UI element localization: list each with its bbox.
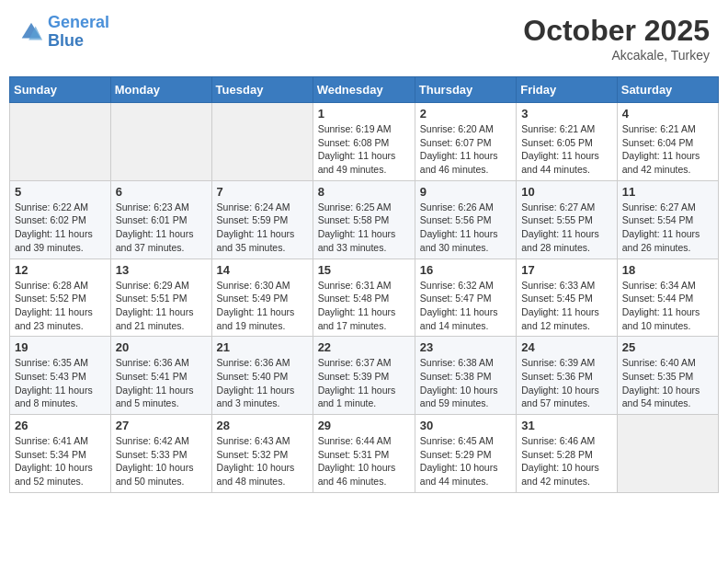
day-info: Sunrise: 6:44 AM Sunset: 5:31 PM Dayligh… — [318, 434, 410, 488]
calendar-week-row: 26Sunrise: 6:41 AM Sunset: 5:34 PM Dayli… — [10, 415, 719, 493]
calendar-cell: 28Sunrise: 6:43 AM Sunset: 5:32 PM Dayli… — [211, 415, 313, 493]
day-number: 29 — [318, 419, 410, 432]
calendar-cell: 2Sunrise: 6:20 AM Sunset: 6:07 PM Daylig… — [415, 103, 516, 181]
day-info: Sunrise: 6:21 AM Sunset: 6:05 PM Dayligh… — [521, 122, 612, 177]
title-block: October 2025 Akcakale, Turkey — [523, 14, 710, 63]
calendar-cell: 27Sunrise: 6:42 AM Sunset: 5:33 PM Dayli… — [110, 415, 211, 493]
calendar-cell: 20Sunrise: 6:36 AM Sunset: 5:41 PM Dayli… — [110, 337, 211, 415]
calendar-table: SundayMondayTuesdayWednesdayThursdayFrid… — [9, 76, 719, 493]
day-info: Sunrise: 6:34 AM Sunset: 5:44 PM Dayligh… — [622, 279, 713, 333]
day-number: 4 — [622, 107, 713, 121]
calendar-cell: 11Sunrise: 6:27 AM Sunset: 5:54 PM Dayli… — [617, 180, 718, 259]
day-info: Sunrise: 6:40 AM Sunset: 5:35 PM Dayligh… — [622, 356, 713, 410]
calendar-cell — [617, 415, 718, 493]
day-info: Sunrise: 6:21 AM Sunset: 6:04 PM Dayligh… — [622, 122, 713, 177]
weekday-header: Tuesday — [211, 77, 313, 103]
calendar-cell: 12Sunrise: 6:28 AM Sunset: 5:52 PM Dayli… — [10, 259, 111, 337]
calendar-cell: 23Sunrise: 6:38 AM Sunset: 5:38 PM Dayli… — [415, 337, 516, 415]
day-number: 12 — [15, 263, 106, 277]
day-info: Sunrise: 6:42 AM Sunset: 5:33 PM Dayligh… — [116, 434, 207, 488]
day-info: Sunrise: 6:32 AM Sunset: 5:47 PM Dayligh… — [420, 279, 511, 333]
day-info: Sunrise: 6:37 AM Sunset: 5:39 PM Dayligh… — [318, 356, 410, 410]
day-info: Sunrise: 6:27 AM Sunset: 5:55 PM Dayligh… — [521, 201, 612, 255]
day-number: 26 — [15, 419, 106, 432]
day-number: 19 — [15, 340, 106, 354]
day-info: Sunrise: 6:43 AM Sunset: 5:32 PM Dayligh… — [217, 434, 308, 488]
day-number: 2 — [420, 107, 511, 121]
day-number: 25 — [622, 340, 713, 354]
day-number: 14 — [217, 263, 308, 277]
day-number: 10 — [521, 185, 612, 199]
day-info: Sunrise: 6:29 AM Sunset: 5:51 PM Dayligh… — [116, 279, 207, 333]
day-info: Sunrise: 6:22 AM Sunset: 6:02 PM Dayligh… — [15, 201, 106, 255]
calendar-cell: 22Sunrise: 6:37 AM Sunset: 5:39 PM Dayli… — [313, 337, 415, 415]
calendar-week-row: 19Sunrise: 6:35 AM Sunset: 5:43 PM Dayli… — [10, 337, 719, 415]
day-number: 13 — [116, 263, 207, 277]
day-number: 3 — [521, 107, 612, 121]
day-info: Sunrise: 6:20 AM Sunset: 6:07 PM Dayligh… — [420, 122, 511, 177]
calendar-cell: 5Sunrise: 6:22 AM Sunset: 6:02 PM Daylig… — [10, 180, 111, 259]
day-number: 30 — [420, 419, 511, 432]
day-number: 21 — [217, 340, 308, 354]
day-info: Sunrise: 6:46 AM Sunset: 5:28 PM Dayligh… — [521, 434, 612, 488]
calendar-cell — [10, 103, 111, 181]
day-info: Sunrise: 6:36 AM Sunset: 5:41 PM Dayligh… — [116, 356, 207, 410]
calendar-cell: 29Sunrise: 6:44 AM Sunset: 5:31 PM Dayli… — [313, 415, 415, 493]
month-title: October 2025 — [523, 14, 710, 48]
day-number: 8 — [318, 185, 410, 199]
weekday-header: Thursday — [415, 77, 516, 103]
calendar-cell: 26Sunrise: 6:41 AM Sunset: 5:34 PM Dayli… — [10, 415, 111, 493]
day-number: 5 — [15, 185, 106, 199]
weekday-header: Wednesday — [313, 77, 415, 103]
weekday-header: Friday — [517, 77, 618, 103]
calendar-cell: 10Sunrise: 6:27 AM Sunset: 5:55 PM Dayli… — [517, 180, 618, 259]
calendar-cell: 7Sunrise: 6:24 AM Sunset: 5:59 PM Daylig… — [211, 180, 313, 259]
day-number: 1 — [318, 107, 410, 121]
calendar-cell — [211, 103, 313, 181]
calendar-cell: 14Sunrise: 6:30 AM Sunset: 5:49 PM Dayli… — [211, 259, 313, 337]
day-info: Sunrise: 6:24 AM Sunset: 5:59 PM Dayligh… — [217, 201, 308, 255]
day-number: 22 — [318, 340, 410, 354]
day-info: Sunrise: 6:36 AM Sunset: 5:40 PM Dayligh… — [217, 356, 308, 410]
day-number: 31 — [521, 419, 612, 432]
calendar-cell: 17Sunrise: 6:33 AM Sunset: 5:45 PM Dayli… — [517, 259, 618, 337]
logo-icon — [18, 19, 44, 45]
calendar-cell: 1Sunrise: 6:19 AM Sunset: 6:08 PM Daylig… — [313, 103, 415, 181]
day-number: 16 — [420, 263, 511, 277]
calendar-week-row: 5Sunrise: 6:22 AM Sunset: 6:02 PM Daylig… — [10, 180, 719, 259]
calendar-cell: 15Sunrise: 6:31 AM Sunset: 5:48 PM Dayli… — [313, 259, 415, 337]
calendar-week-row: 1Sunrise: 6:19 AM Sunset: 6:08 PM Daylig… — [10, 103, 719, 181]
day-number: 20 — [116, 340, 207, 354]
day-number: 7 — [217, 185, 308, 199]
day-info: Sunrise: 6:27 AM Sunset: 5:54 PM Dayligh… — [622, 201, 713, 255]
day-info: Sunrise: 6:33 AM Sunset: 5:45 PM Dayligh… — [521, 279, 612, 333]
day-info: Sunrise: 6:38 AM Sunset: 5:38 PM Dayligh… — [420, 356, 511, 410]
day-info: Sunrise: 6:41 AM Sunset: 5:34 PM Dayligh… — [15, 434, 106, 488]
calendar-cell: 13Sunrise: 6:29 AM Sunset: 5:51 PM Dayli… — [110, 259, 211, 337]
calendar-cell: 21Sunrise: 6:36 AM Sunset: 5:40 PM Dayli… — [211, 337, 313, 415]
day-info: Sunrise: 6:19 AM Sunset: 6:08 PM Dayligh… — [318, 122, 410, 177]
day-info: Sunrise: 6:35 AM Sunset: 5:43 PM Dayligh… — [15, 356, 106, 410]
calendar-cell: 19Sunrise: 6:35 AM Sunset: 5:43 PM Dayli… — [10, 337, 111, 415]
day-info: Sunrise: 6:26 AM Sunset: 5:56 PM Dayligh… — [420, 201, 511, 255]
calendar-cell: 9Sunrise: 6:26 AM Sunset: 5:56 PM Daylig… — [415, 180, 516, 259]
calendar-cell: 31Sunrise: 6:46 AM Sunset: 5:28 PM Dayli… — [517, 415, 618, 493]
day-number: 28 — [217, 419, 308, 432]
logo-blue: Blue — [48, 31, 84, 50]
calendar-cell: 24Sunrise: 6:39 AM Sunset: 5:36 PM Dayli… — [517, 337, 618, 415]
day-number: 24 — [521, 340, 612, 354]
day-info: Sunrise: 6:39 AM Sunset: 5:36 PM Dayligh… — [521, 356, 612, 410]
day-number: 17 — [521, 263, 612, 277]
day-number: 27 — [116, 419, 207, 432]
calendar-cell: 18Sunrise: 6:34 AM Sunset: 5:44 PM Dayli… — [617, 259, 718, 337]
logo-general: General — [48, 13, 109, 31]
calendar-cell: 4Sunrise: 6:21 AM Sunset: 6:04 PM Daylig… — [617, 103, 718, 181]
page-header: General Blue October 2025 Akcakale, Turk… — [9, 9, 719, 67]
calendar-week-row: 12Sunrise: 6:28 AM Sunset: 5:52 PM Dayli… — [10, 259, 719, 337]
day-info: Sunrise: 6:31 AM Sunset: 5:48 PM Dayligh… — [318, 279, 410, 333]
weekday-header: Saturday — [617, 77, 718, 103]
calendar-cell: 8Sunrise: 6:25 AM Sunset: 5:58 PM Daylig… — [313, 180, 415, 259]
day-info: Sunrise: 6:45 AM Sunset: 5:29 PM Dayligh… — [420, 434, 511, 488]
calendar-cell: 30Sunrise: 6:45 AM Sunset: 5:29 PM Dayli… — [415, 415, 516, 493]
calendar-cell — [110, 103, 211, 181]
